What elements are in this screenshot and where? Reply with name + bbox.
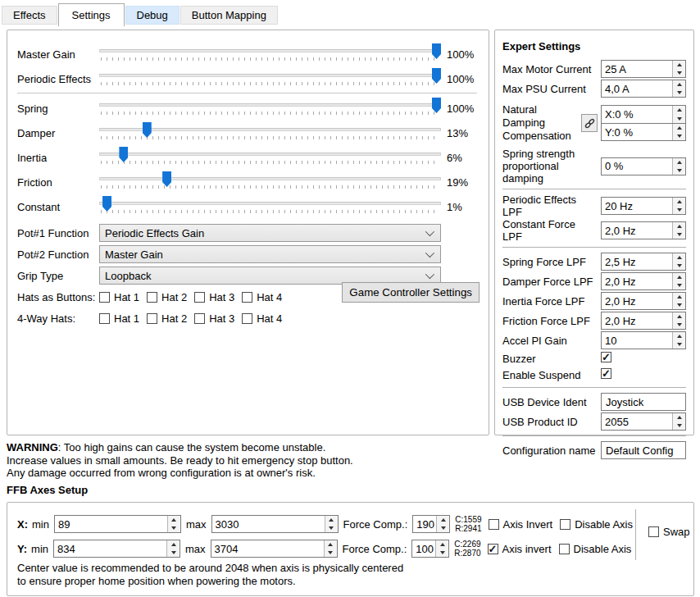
spring-prop-damping-spinbox[interactable]: 0 % <box>601 157 686 175</box>
pot2-function-select[interactable]: Master Gain <box>99 245 441 263</box>
spin-down-icon[interactable] <box>673 262 685 270</box>
spin-down-icon[interactable] <box>673 422 685 430</box>
inertia-slider[interactable] <box>99 147 441 168</box>
spin-up-icon[interactable] <box>673 273 685 281</box>
x-min-spinbox[interactable]: 89 <box>54 515 181 533</box>
spin-down-icon[interactable] <box>673 301 685 309</box>
enable-suspend-checkbox[interactable] <box>601 368 611 379</box>
slider-track[interactable] <box>99 49 441 52</box>
spin-up-icon[interactable] <box>325 540 337 549</box>
spin-up-icon[interactable] <box>673 124 685 132</box>
friction-force-lpf-spinbox[interactable]: 2,0 Hz <box>601 312 686 330</box>
accel-pi-gain-spinbox[interactable]: 10 <box>601 331 686 349</box>
four-way-hat1-checkbox[interactable] <box>99 313 110 324</box>
tab-effects[interactable]: Effects <box>2 6 57 25</box>
hats-buttons-hat1-checkbox[interactable] <box>99 292 110 303</box>
natural-damping-x-spinbox[interactable]: X:0 % <box>601 105 686 123</box>
tab-button-mapping[interactable]: Button Mapping <box>180 6 278 25</box>
spin-down-icon[interactable] <box>673 230 685 239</box>
spring-force-lpf-spinbox[interactable]: 2,5 Hz <box>601 253 686 271</box>
spin-down-icon[interactable] <box>673 132 685 140</box>
x-max-spinbox[interactable]: 3030 <box>211 515 339 533</box>
hats-buttons-hat2-checkbox[interactable] <box>147 292 157 303</box>
four-way-hat2-checkbox[interactable] <box>147 313 157 324</box>
x-axis-invert-checkbox[interactable] <box>489 519 499 530</box>
periodic-effects-lpf-spinbox[interactable]: 20 Hz <box>601 197 686 215</box>
setting-row: Max PSU Current 4,0 A <box>502 79 686 98</box>
spin-up-icon[interactable] <box>673 413 685 422</box>
slider-track[interactable] <box>99 103 441 107</box>
spin-down-icon[interactable] <box>673 206 685 214</box>
spin-up-icon[interactable] <box>673 158 685 166</box>
y-force-comp-spinbox[interactable]: 100 <box>411 540 449 558</box>
spin-up-icon[interactable] <box>167 540 180 549</box>
spin-down-icon[interactable] <box>168 524 180 532</box>
spin-down-icon[interactable] <box>325 549 337 557</box>
swap-axes-checkbox[interactable] <box>648 526 659 537</box>
usb-device-ident-input[interactable]: Joystick <box>601 393 686 411</box>
setting-row: Buzzer <box>502 350 686 367</box>
constant-force-lpf-spinbox[interactable]: 2,0 Hz <box>601 221 686 239</box>
natural-damping-y-spinbox[interactable]: Y:0 % <box>601 123 686 141</box>
spin-up-icon[interactable] <box>673 106 685 115</box>
spin-up-icon[interactable] <box>673 312 685 321</box>
slider-value: 19% <box>441 176 477 189</box>
buzzer-checkbox[interactable] <box>601 352 611 362</box>
tab-settings[interactable]: Settings <box>58 3 125 26</box>
periodic-effects-slider[interactable] <box>99 68 441 89</box>
spring-slider[interactable] <box>99 98 441 119</box>
y-min-spinbox[interactable]: 834 <box>53 540 180 558</box>
four-way-hat4-checkbox[interactable] <box>242 313 252 324</box>
x-force-comp-spinbox[interactable]: 190 <box>412 515 450 533</box>
inertia-force-lpf-spinbox[interactable]: 2,0 Hz <box>601 292 686 310</box>
y-max-spinbox[interactable]: 3704 <box>211 540 338 558</box>
setting-row: Max Motor Current 25 A <box>502 59 686 79</box>
x-disable-axis-checkbox[interactable] <box>560 519 570 530</box>
y-axis-invert-checkbox[interactable] <box>488 544 498 554</box>
spin-up-icon[interactable] <box>436 540 448 549</box>
game-controller-settings-button[interactable]: Game Controller Settings <box>342 282 480 303</box>
spin-down-icon[interactable] <box>673 166 685 175</box>
configuration-name-input[interactable]: Default Config <box>601 441 686 459</box>
spin-down-icon[interactable] <box>673 281 685 289</box>
slider-track[interactable] <box>99 177 441 180</box>
spin-down-icon[interactable] <box>437 524 449 532</box>
spin-up-icon[interactable] <box>673 61 685 69</box>
four-way-hat3-checkbox[interactable] <box>194 313 205 324</box>
spin-up-icon[interactable] <box>673 222 685 230</box>
friction-slider[interactable] <box>99 171 441 193</box>
slider-track[interactable] <box>99 202 441 205</box>
pot1-function-select[interactable]: Periodic Effects Gain <box>99 224 441 242</box>
spin-down-icon[interactable] <box>673 340 685 349</box>
spin-down-icon[interactable] <box>673 321 685 329</box>
spin-up-icon[interactable] <box>673 198 685 206</box>
link-axes-button[interactable] <box>581 114 598 132</box>
slider-track[interactable] <box>99 74 441 77</box>
slider-track[interactable] <box>99 153 441 156</box>
hats-buttons-hat3-checkbox[interactable] <box>194 292 205 303</box>
hats-buttons-hat4-checkbox[interactable] <box>242 292 252 303</box>
spin-down-icon[interactable] <box>673 89 685 97</box>
spin-up-icon[interactable] <box>325 516 338 524</box>
y-disable-axis-checkbox[interactable] <box>559 544 570 554</box>
spin-up-icon[interactable] <box>673 332 685 340</box>
spin-down-icon[interactable] <box>436 549 448 557</box>
damper-slider[interactable] <box>99 122 441 144</box>
spin-up-icon[interactable] <box>168 516 180 524</box>
spin-up-icon[interactable] <box>437 516 449 524</box>
damper-force-lpf-spinbox[interactable]: 2,0 Hz <box>601 272 686 290</box>
spin-up-icon[interactable] <box>673 253 685 262</box>
spin-down-icon[interactable] <box>673 69 685 77</box>
spin-up-icon[interactable] <box>673 293 685 301</box>
tab-debug[interactable]: Debug <box>125 6 180 25</box>
spin-down-icon[interactable] <box>325 524 338 532</box>
spin-down-icon[interactable] <box>673 115 685 124</box>
slider-label: Friction <box>17 176 99 189</box>
master-gain-slider[interactable] <box>99 43 441 65</box>
max-motor-current-spinbox[interactable]: 25 A <box>601 60 686 78</box>
spin-down-icon[interactable] <box>167 549 180 557</box>
spin-up-icon[interactable] <box>673 80 685 89</box>
constant-slider[interactable] <box>99 196 441 217</box>
max-psu-current-spinbox[interactable]: 4,0 A <box>601 80 686 98</box>
usb-product-id-spinbox[interactable]: 2055 <box>601 412 686 431</box>
